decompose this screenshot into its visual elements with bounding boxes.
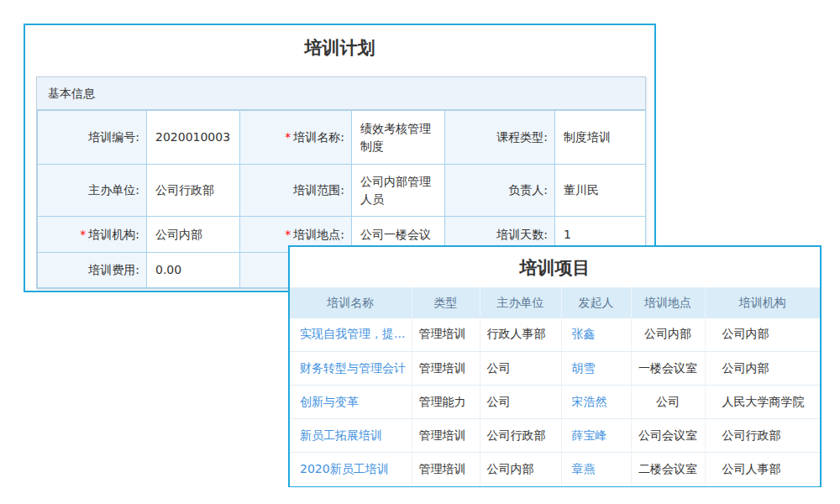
cell-type: 管理培训 [412, 352, 480, 386]
required-mark: * [285, 228, 291, 241]
table-header-row: 培训名称 类型 主办单位 发起人 培训地点 培训机构 [290, 288, 820, 318]
cell-place: 公司 [631, 386, 705, 419]
label-text: 培训名称: [293, 130, 344, 144]
training-projects-title: 培训项目 [290, 247, 820, 287]
value-course-type: 制度培训 [555, 111, 646, 165]
project-name-link[interactable]: 新员工拓展培训 [300, 428, 382, 442]
label-organizer: 主办单位: [38, 165, 147, 217]
cell-type: 管理培训 [412, 318, 480, 352]
col-header-training-name: 培训名称 [290, 288, 412, 318]
initiator-link[interactable]: 薛宝峰 [572, 428, 607, 442]
label-text: 主办单位: [88, 183, 139, 197]
cell-training-name: 2020新员工培训 [290, 453, 412, 486]
form-row-2: 主办单位: 公司行政部 培训范围: 公司内部管理人员 负责人: 董川民 [38, 165, 646, 217]
cell-initiator: 章燕 [561, 453, 631, 486]
cell-organizer: 公司 [480, 352, 561, 386]
label-text: 培训费用: [88, 263, 139, 276]
cell-institution: 公司人事部 [705, 453, 820, 486]
value-training-code: 2020010003 [147, 111, 240, 165]
cell-institution: 公司内部 [705, 352, 820, 386]
initiator-link[interactable]: 张鑫 [572, 327, 596, 340]
col-header-initiator: 发起人 [561, 288, 631, 318]
cell-organizer: 公司内部 [480, 453, 561, 486]
cell-initiator: 胡雪 [561, 352, 631, 386]
cell-initiator: 薛宝峰 [561, 419, 631, 453]
cell-type: 管理培训 [412, 419, 480, 453]
label-text: 培训地点: [293, 228, 344, 241]
cell-institution: 人民大学商学院 [705, 386, 820, 419]
value-training-fee: 0.00 [147, 253, 240, 288]
value-training-scope: 公司内部管理人员 [352, 165, 445, 217]
col-header-organizer: 主办单位 [480, 288, 561, 318]
table-row[interactable]: 创新与变革 管理能力 公司 宋浩然 公司 人民大学商学院 [290, 386, 820, 419]
initiator-link[interactable]: 胡雪 [572, 361, 596, 375]
cell-training-name: 实现自我管理，提... [290, 318, 412, 352]
form-row-1: 培训编号: 2020010003 *培训名称: 绩效考核管理制度 课程类型: 制… [38, 111, 646, 165]
table-row[interactable]: 财务转型与管理会计 管理培训 公司 胡雪 一楼会议室 公司内部 [290, 352, 820, 386]
cell-training-name: 创新与变革 [290, 386, 412, 419]
value-training-name: 绩效考核管理制度 [352, 111, 445, 165]
project-name-link[interactable]: 财务转型与管理会计 [300, 361, 406, 375]
label-text: 培训天数: [496, 228, 548, 241]
cell-place: 一楼会议室 [631, 352, 705, 386]
required-mark: * [80, 228, 86, 241]
project-name-link[interactable]: 实现自我管理，提... [300, 327, 405, 340]
cell-initiator: 宋浩然 [561, 386, 631, 419]
label-text: 培训编号: [88, 130, 139, 144]
value-manager: 董川民 [555, 165, 646, 217]
label-text: 培训范围: [293, 183, 344, 197]
project-name-link[interactable]: 2020新员工培训 [300, 462, 389, 475]
basic-info-section-header: 基本信息 [37, 77, 645, 110]
cell-organizer: 行政人事部 [480, 318, 561, 352]
cell-institution: 公司内部 [705, 318, 820, 352]
training-projects-panel: 培训项目 培训名称 类型 主办单位 发起人 培训地点 培训机构 实现自我管理，提… [288, 245, 822, 487]
cell-training-name: 财务转型与管理会计 [290, 352, 412, 386]
col-header-institution: 培训机构 [705, 288, 820, 318]
label-text: 负责人: [508, 183, 548, 197]
col-header-place: 培训地点 [631, 288, 705, 318]
value-training-institution: 公司内部 [147, 217, 240, 253]
cell-place: 公司内部 [631, 318, 705, 352]
label-course-type: 课程类型: [445, 111, 555, 165]
label-manager: 负责人: [445, 165, 555, 217]
label-text: 培训机构: [88, 228, 139, 241]
table-row[interactable]: 新员工拓展培训 管理培训 公司行政部 薛宝峰 公司会议室 公司行政部 [290, 419, 820, 453]
cell-type: 管理培训 [412, 453, 480, 486]
col-header-type: 类型 [412, 288, 480, 318]
label-text: 课程类型: [496, 130, 548, 144]
label-training-name: *培训名称: [240, 111, 352, 165]
cell-organizer: 公司行政部 [480, 419, 561, 453]
required-mark: * [285, 130, 291, 144]
table-row[interactable]: 实现自我管理，提... 管理培训 行政人事部 张鑫 公司内部 公司内部 [290, 318, 820, 352]
project-name-link[interactable]: 创新与变革 [300, 395, 359, 408]
initiator-link[interactable]: 宋浩然 [572, 395, 607, 408]
training-projects-table: 培训名称 类型 主办单位 发起人 培训地点 培训机构 实现自我管理，提... 管… [290, 287, 820, 486]
cell-place: 公司会议室 [631, 419, 705, 453]
label-training-code: 培训编号: [38, 111, 147, 165]
cell-place: 二楼会议室 [631, 453, 705, 486]
cell-training-name: 新员工拓展培训 [290, 419, 412, 453]
training-plan-title: 培训计划 [25, 25, 654, 67]
value-organizer: 公司行政部 [147, 165, 240, 217]
cell-type: 管理能力 [412, 386, 480, 419]
cell-institution: 公司行政部 [705, 419, 820, 453]
initiator-link[interactable]: 章燕 [572, 462, 596, 475]
label-training-scope: 培训范围: [240, 165, 352, 217]
label-training-fee: 培训费用: [38, 253, 147, 288]
label-training-institution: *培训机构: [38, 217, 147, 253]
cell-organizer: 公司 [480, 386, 561, 419]
cell-initiator: 张鑫 [561, 318, 631, 352]
table-row[interactable]: 2020新员工培训 管理培训 公司内部 章燕 二楼会议室 公司人事部 [290, 453, 820, 486]
